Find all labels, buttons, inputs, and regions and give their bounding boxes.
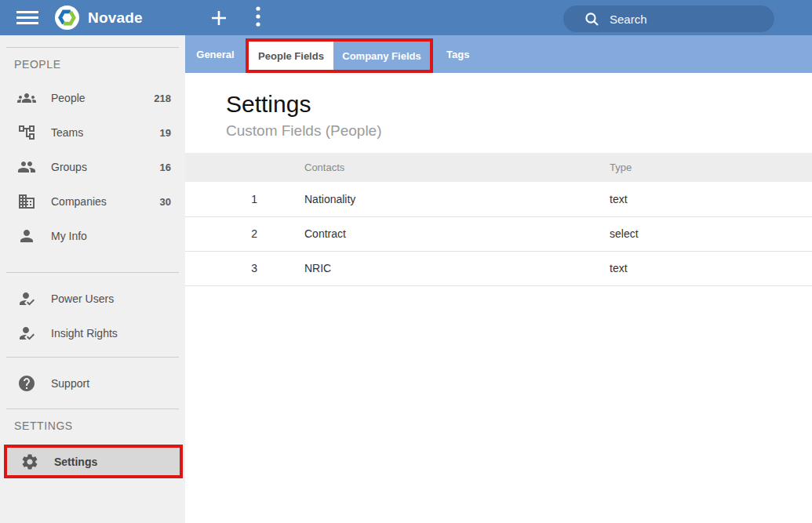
search-input[interactable] [610, 13, 759, 26]
sidebar-nav: PEOPLE People 218 Teams 19 Groups 16 [0, 35, 185, 523]
sidebar-item-power-users[interactable]: Power Users [0, 281, 185, 316]
org-tree-icon [17, 123, 36, 142]
sidebar-item-teams[interactable]: Teams 19 [0, 115, 185, 150]
brand-name: Novade [88, 9, 143, 27]
sidebar-item-insight-rights[interactable]: Insight Rights [0, 316, 185, 350]
page-header: Settings Custom Fields (People) [185, 93, 812, 138]
sidebar-item-count: 19 [160, 127, 171, 139]
novade-logo-icon [55, 5, 79, 30]
sidebar-item-count: 218 [154, 93, 171, 104]
sidebar-item-label: Settings [54, 456, 97, 468]
row-index: 1 [185, 182, 276, 216]
settings-tabbar: General People Fields Company Fields Tag… [185, 35, 812, 73]
row-field-name: NRIC [276, 251, 610, 285]
row-field-type: text [610, 251, 812, 285]
custom-fields-table: Contacts Type 1 Nationality text 2 Contr… [185, 153, 812, 286]
plus-icon [210, 9, 228, 27]
sidebar-item-label: Groups [51, 161, 160, 173]
top-app-bar: Novade [0, 0, 812, 35]
sidebar-item-my-info[interactable]: My Info [0, 219, 185, 253]
sidebar-item-label: My Info [51, 230, 185, 242]
kebab-icon [256, 5, 260, 31]
tab-company-fields[interactable]: Company Fields [333, 42, 430, 70]
sidebar-item-support[interactable]: Support [0, 366, 185, 401]
sidebar-item-label: People [51, 92, 154, 104]
sidebar-item-label: Support [51, 377, 185, 390]
row-index: 2 [185, 216, 276, 251]
sidebar-item-label: Companies [51, 195, 160, 208]
page-title: Settings [226, 93, 812, 116]
sidebar-item-settings[interactable]: Settings [4, 445, 183, 478]
sidebar-item-label: Power Users [51, 292, 185, 305]
sidebar-item-groups[interactable]: Groups 16 [0, 150, 185, 184]
sidebar-section-people: PEOPLE [14, 56, 185, 73]
person-check-icon [17, 324, 36, 343]
sidebar-item-count: 16 [160, 162, 171, 173]
tab-tags[interactable]: Tags [433, 35, 482, 73]
sidebar-item-companies[interactable]: Companies 30 [0, 184, 185, 219]
table-row[interactable]: 1 Nationality text [185, 182, 812, 216]
person-icon [17, 227, 36, 245]
divider [6, 357, 179, 358]
sidebar-item-people[interactable]: People 218 [0, 81, 185, 115]
annotation-box-tabs: People Fields Company Fields [246, 38, 433, 73]
sidebar-item-label: Teams [51, 126, 160, 139]
row-field-type: select [610, 216, 812, 251]
divider [6, 47, 179, 48]
sidebar-section-settings: SETTINGS [14, 417, 185, 434]
table-row[interactable]: 3 NRIC text [185, 251, 812, 285]
table-header-row: Contacts Type [185, 153, 812, 182]
row-field-name: Nationality [276, 182, 610, 216]
brand: Novade [55, 5, 143, 30]
column-header-contacts: Contacts [276, 153, 610, 182]
table-row[interactable]: 2 Contract select [185, 216, 812, 251]
tab-people-fields[interactable]: People Fields [249, 42, 333, 70]
search-icon [584, 12, 599, 27]
divider [6, 409, 179, 409]
search-box[interactable] [563, 5, 774, 32]
row-field-name: Contract [276, 216, 610, 251]
hamburger-menu-icon[interactable] [16, 8, 38, 27]
page-subtitle: Custom Fields (People) [226, 123, 812, 138]
person-check-icon [17, 289, 36, 308]
column-header-index [185, 153, 276, 182]
building-icon [17, 192, 36, 211]
people-icon [17, 89, 36, 107]
tab-general[interactable]: General [185, 35, 246, 73]
help-icon [17, 374, 36, 393]
row-index: 3 [185, 251, 276, 285]
sidebar-item-count: 30 [160, 196, 171, 208]
divider [6, 272, 179, 273]
gear-icon [20, 452, 39, 471]
main-content: General People Fields Company Fields Tag… [185, 35, 812, 523]
row-field-type: text [610, 182, 812, 216]
sidebar-item-label: Insight Rights [51, 327, 185, 340]
add-button[interactable] [207, 6, 231, 30]
overflow-menu-button[interactable] [248, 6, 268, 30]
two-people-icon [17, 158, 36, 176]
column-header-type: Type [610, 153, 812, 182]
